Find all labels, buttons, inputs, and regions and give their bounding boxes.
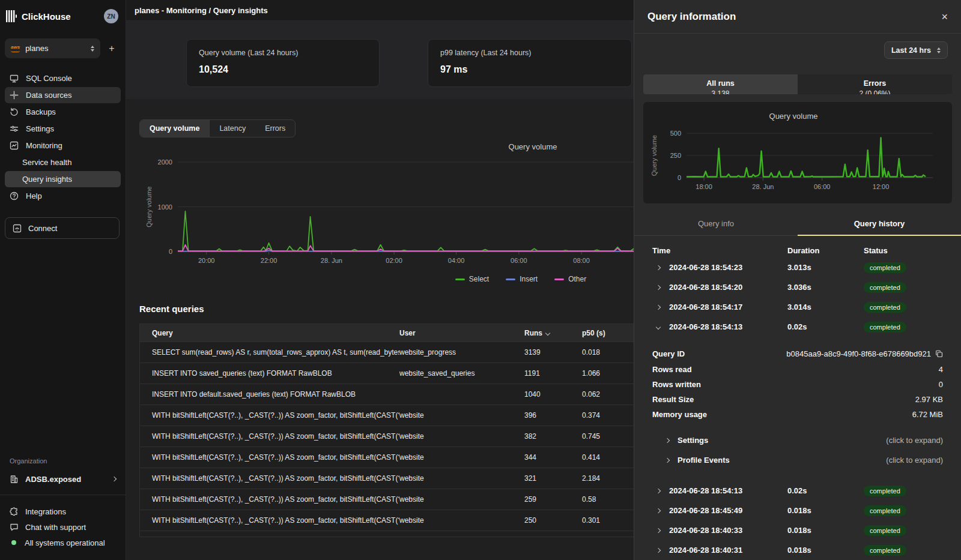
sidebar-item-data-sources[interactable]: Data sources [5, 87, 121, 103]
segment-errors[interactable]: Errors 2 (0.06%) [798, 74, 952, 94]
detail-query-id: Query ID b0845aa9-a8c9-49f0-8f68-e678669… [652, 345, 943, 362]
user-avatar[interactable]: ZN [104, 9, 118, 23]
status-badge: completed [864, 505, 906, 516]
stat-card-p99-latency: p99 latency (Last 24 hours) 97 ms [428, 39, 632, 87]
sidebar-item-query-insights[interactable]: Query insights [5, 171, 121, 187]
time-range-dropdown[interactable]: Last 24 hrs [884, 41, 948, 59]
expand-chevron-icon[interactable] [656, 304, 661, 309]
table-row-partial [140, 531, 634, 537]
svg-text:0: 0 [678, 174, 681, 181]
panel-tabs: Query info Query history [634, 213, 961, 236]
table-row[interactable]: WITH bitShiftLeft(CAST(?..), _CAST(?..))… [140, 510, 634, 531]
expand-chevron-icon[interactable] [656, 508, 661, 513]
status-badge: completed [864, 545, 906, 556]
cell-p50: 0.374 [582, 411, 634, 420]
expand-chevron-icon [665, 438, 670, 442]
expand-chevron-icon[interactable] [656, 265, 661, 269]
cell-p50: 0.062 [582, 390, 634, 399]
segment-all-runs[interactable]: All runs 3,138 [643, 74, 798, 94]
cell-p50: 0.018 [582, 348, 634, 357]
table-row[interactable]: WITH bitShiftLeft(CAST(?..), _CAST(?..))… [140, 426, 634, 447]
history-row[interactable]: 2024-06-28 18:54:13 0.02s completed [652, 481, 943, 501]
table-row[interactable]: SELECT sum(read_rows) AS r, sum(total_ro… [140, 342, 634, 363]
svg-text:20:00: 20:00 [198, 257, 215, 264]
legend-item-insert[interactable]: Insert [506, 275, 538, 283]
expand-chevron-icon[interactable] [656, 285, 661, 289]
tab-query-volume[interactable]: Query volume [140, 120, 210, 137]
svg-text:Query volume: Query volume [145, 186, 153, 227]
cell-user: website_saved_queries [399, 369, 524, 378]
integrations-icon [10, 507, 19, 516]
svg-text:08:00: 08:00 [573, 257, 590, 264]
recent-queries-table: Query User Runs p50 (s) SELECT sum(read_… [139, 324, 634, 537]
table-row[interactable]: WITH bitShiftLeft(CAST(?..), _CAST(?..))… [140, 489, 634, 510]
cell-user: website [399, 411, 524, 420]
add-service-button[interactable]: + [104, 43, 120, 54]
copy-icon[interactable] [935, 350, 943, 358]
monitoring-icon [10, 141, 19, 150]
chart-tabgroup: Query volume Latency Errors [139, 119, 296, 137]
svg-text:Query volume: Query volume [769, 112, 818, 121]
sidebar-item-integrations[interactable]: Integrations [0, 504, 126, 519]
svg-text:1000: 1000 [158, 203, 172, 211]
svg-text:02:00: 02:00 [386, 257, 402, 264]
query-volume-chart: 01000200020:0022:0028. Jun02:0004:0006:0… [139, 139, 634, 283]
history-row-expanded[interactable]: 2024-06-28 18:54:13 0.02s completed [652, 317, 943, 337]
tab-errors[interactable]: Errors [255, 120, 295, 137]
service-selector[interactable]: aws planes [5, 38, 100, 58]
expand-chevron-icon[interactable] [656, 547, 661, 552]
status-badge: completed [864, 302, 906, 313]
tab-query-history[interactable]: Query history [798, 213, 961, 236]
svg-text:04:00: 04:00 [448, 257, 465, 264]
logo-row: ClickHouse ZN [0, 7, 126, 25]
sidebar-item-backups[interactable]: Backups [5, 104, 121, 120]
sidebar-nav: SQL Console Data sources Backups Setting… [0, 70, 126, 204]
svg-text:2000: 2000 [158, 158, 172, 166]
sidebar-item-chat-support[interactable]: Chat with support [0, 519, 126, 535]
sidebar-item-sql-console[interactable]: SQL Console [5, 70, 121, 86]
system-status[interactable]: All systems operational [0, 535, 126, 550]
svg-text:18:00: 18:00 [696, 183, 712, 190]
tab-query-info[interactable]: Query info [634, 213, 798, 235]
history-row[interactable]: 2024-06-28 18:54:23 3.013s completed [652, 257, 943, 277]
sidebar-item-help[interactable]: Help [5, 188, 121, 204]
history-row[interactable]: 2024-06-28 18:54:20 3.036s completed [652, 277, 943, 297]
stat-label: Query volume (Last 24 hours) [199, 49, 367, 57]
detail-expandable-row[interactable]: Settings (click to expand) [652, 430, 943, 450]
history-row[interactable]: 2024-06-28 18:40:31 0.018s completed [652, 540, 943, 560]
history-row[interactable]: 2024-06-28 18:54:17 3.014s completed [652, 297, 943, 317]
table-row[interactable]: INSERT INTO saved_queries (text) FORMAT … [140, 363, 634, 384]
cell-p50: 0.58 [582, 495, 634, 504]
legend-item-other[interactable]: Other [554, 275, 586, 283]
connect-button[interactable]: Connect [5, 217, 120, 239]
close-icon[interactable]: × [941, 11, 948, 22]
organization-selector[interactable]: ADSB.exposed [0, 471, 126, 487]
table-row[interactable]: WITH bitShiftLeft(CAST(?..), _CAST(?..))… [140, 468, 634, 489]
detail-expandable-row[interactable]: Profile Events (click to expand) [652, 450, 943, 470]
sidebar-item-service-health[interactable]: Service health [5, 154, 121, 170]
history-row[interactable]: 2024-06-28 18:40:33 0.018s completed [652, 520, 943, 540]
sidebar-item-monitoring[interactable]: Monitoring [5, 137, 121, 154]
history-row[interactable]: 2024-06-28 18:45:49 0.018s completed [652, 501, 943, 520]
expand-chevron-icon[interactable] [656, 488, 661, 493]
expand-chevron-icon[interactable] [656, 528, 661, 532]
cell-query: WITH bitShiftLeft(CAST(?..), _CAST(?..))… [140, 411, 399, 420]
chevron-updown-icon [91, 46, 94, 52]
table-row[interactable]: WITH bitShiftLeft(CAST(?..), _CAST(?..))… [140, 405, 634, 426]
settings-sliders-icon [10, 124, 19, 133]
detail-kv-row: Rows written 0 [652, 377, 943, 392]
col-runs[interactable]: Runs [524, 329, 582, 337]
table-row[interactable]: WITH bitShiftLeft(CAST(?..), _CAST(?..))… [140, 447, 634, 468]
run-details: Query ID b0845aa9-a8c9-49f0-8f68-e678669… [652, 337, 943, 481]
tab-latency[interactable]: Latency [210, 120, 255, 137]
breadcrumb-bar: planes - Monitoring / Query insights [126, 0, 634, 21]
console-icon [10, 74, 19, 83]
cell-query: INSERT INTO saved_queries (text) FORMAT … [140, 369, 399, 378]
legend-item-select[interactable]: Select [455, 275, 489, 283]
sidebar: ClickHouse ZN aws planes + SQL Console D… [0, 0, 126, 560]
cell-p50: 0.301 [582, 516, 634, 525]
table-row[interactable]: INSERT INTO default.saved_queries (text)… [140, 384, 634, 405]
sidebar-item-settings[interactable]: Settings [5, 121, 121, 137]
collapse-chevron-icon[interactable] [656, 324, 661, 329]
mini-query-volume-chart: 025050018:0028. Jun06:0012:00Query volum… [643, 102, 952, 203]
